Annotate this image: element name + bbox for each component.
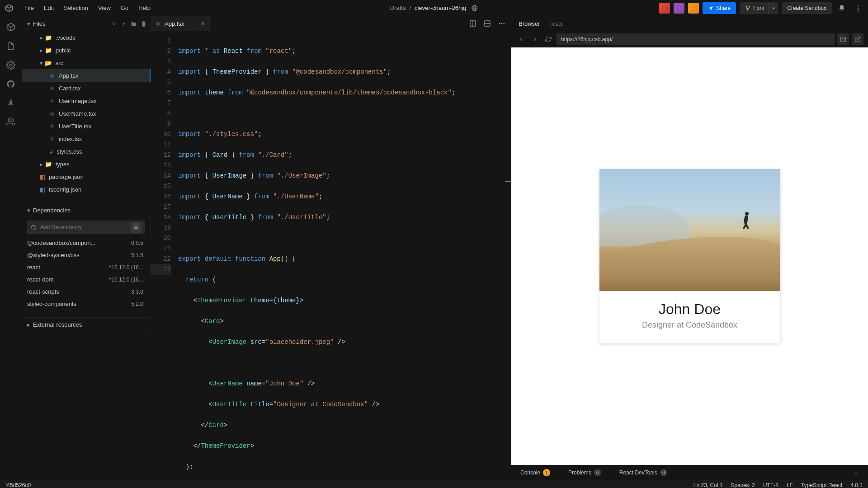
file-package-json[interactable]: ◧package.json bbox=[22, 170, 151, 183]
activity-rail bbox=[0, 16, 22, 480]
preview-panel: Browser Tests https://26hjq.csb.app/ bbox=[511, 16, 868, 480]
split-marker-icon[interactable]: — bbox=[505, 176, 511, 186]
fork-dropdown[interactable] bbox=[768, 2, 778, 14]
upload-icon[interactable] bbox=[121, 21, 127, 27]
users-icon[interactable] bbox=[5, 117, 16, 127]
forward-icon[interactable] bbox=[529, 34, 540, 45]
tab-tests[interactable]: Tests bbox=[549, 20, 563, 27]
svg-point-3 bbox=[747, 9, 748, 10]
file-username-tsx[interactable]: ⚛UserName.tsx bbox=[22, 107, 151, 120]
menu-selection[interactable]: Selection bbox=[59, 3, 92, 13]
status-eol[interactable]: LF bbox=[787, 482, 793, 488]
file-userimage-tsx[interactable]: ⚛UserImage.tsx bbox=[22, 94, 151, 107]
file-tsconfig-json[interactable]: ◧tsconfig.json bbox=[22, 183, 151, 196]
hamburger-icon[interactable] bbox=[131, 222, 142, 233]
split-horizontal-icon[interactable] bbox=[481, 18, 494, 29]
share-button[interactable]: Share bbox=[703, 2, 736, 14]
status-encoding[interactable]: UTF-8 bbox=[763, 482, 778, 488]
problems-tab[interactable]: Problems0 bbox=[568, 469, 601, 476]
open-window-icon[interactable] bbox=[852, 33, 863, 45]
commit-hash[interactable]: f45d526c0 bbox=[5, 482, 31, 488]
menu-go[interactable]: Go bbox=[116, 3, 133, 13]
split-vertical-icon[interactable] bbox=[467, 18, 479, 29]
folder-types[interactable]: ▸ 📁types bbox=[22, 158, 151, 170]
avatar[interactable] bbox=[674, 3, 684, 14]
dependency-row[interactable]: react-dom^16.12.0 (16... bbox=[22, 273, 151, 286]
folder-icon: ▸ 📁 bbox=[40, 47, 52, 54]
dependencies-header[interactable]: ▾ Dependencies bbox=[22, 203, 151, 218]
card-title: Designer at CodeSandbox bbox=[607, 320, 773, 330]
cube-icon[interactable] bbox=[5, 22, 16, 33]
editor-tab-app[interactable]: ⚛ App.tsx × bbox=[151, 16, 210, 31]
url-input[interactable]: https://26hjq.csb.app/ bbox=[557, 33, 835, 45]
preview-iframe: John Doe Designer at CodeSandbox bbox=[511, 47, 868, 465]
file-app-tsx[interactable]: ⚛App.tsx bbox=[22, 69, 151, 82]
editor-tabs: ⚛ App.tsx × bbox=[151, 16, 511, 31]
avatar[interactable] bbox=[688, 3, 699, 14]
status-ts-version[interactable]: 4.0.3 bbox=[850, 482, 863, 488]
files-header[interactable]: ▾ Files bbox=[22, 16, 151, 31]
new-folder-icon[interactable] bbox=[131, 21, 137, 27]
svg-point-13 bbox=[499, 23, 500, 24]
add-dependency-input[interactable] bbox=[40, 224, 127, 230]
dependency-row[interactable]: @styled-system/css5.1.5 bbox=[22, 249, 151, 261]
avatar[interactable] bbox=[659, 3, 670, 14]
responsive-icon[interactable] bbox=[837, 33, 849, 45]
file-card-tsx[interactable]: ⚛Card.tsx bbox=[22, 82, 151, 94]
dependency-row[interactable]: @codesandbox/compon...0.0.5 bbox=[22, 237, 151, 249]
download-icon[interactable] bbox=[111, 21, 117, 27]
github-icon[interactable] bbox=[5, 79, 16, 89]
file-usertitle-tsx[interactable]: ⚛UserTitle.tsx bbox=[22, 120, 151, 132]
more-vertical-icon[interactable] bbox=[852, 2, 864, 14]
gear-icon[interactable] bbox=[5, 60, 16, 70]
code-editor[interactable]: 1234567891011121314151617181920212223 im… bbox=[151, 31, 511, 480]
codesandbox-logo-icon[interactable] bbox=[4, 3, 14, 14]
status-line-col[interactable]: Ln 23, Col 1 bbox=[693, 482, 723, 488]
chevron-down-icon: ▾ bbox=[27, 207, 30, 214]
new-file-icon[interactable] bbox=[141, 21, 147, 27]
preview-card: John Doe Designer at CodeSandbox bbox=[599, 169, 780, 343]
folder-vscode[interactable]: ▸ 📁.vscode bbox=[22, 31, 151, 44]
tab-browser[interactable]: Browser bbox=[519, 20, 540, 27]
react-file-icon: ⚛ bbox=[50, 72, 55, 79]
create-sandbox-button[interactable]: Create Sandbox bbox=[782, 2, 832, 14]
breadcrumb-root[interactable]: Drafts bbox=[390, 5, 406, 11]
react-file-icon: ⚛ bbox=[50, 136, 55, 142]
reload-icon[interactable] bbox=[543, 34, 554, 45]
file-index-tsx[interactable]: ⚛index.tsx bbox=[22, 132, 151, 145]
line-gutter: 1234567891011121314151617181920212223 bbox=[151, 31, 178, 480]
svg-point-1 bbox=[746, 6, 747, 7]
folder-src[interactable]: ▾ 📂src bbox=[22, 56, 151, 69]
rocket-icon[interactable] bbox=[5, 98, 16, 108]
more-horizontal-icon[interactable] bbox=[495, 18, 508, 29]
status-spaces[interactable]: Spaces: 2 bbox=[731, 482, 755, 488]
code-content[interactable]: import * as React from "react"; import {… bbox=[178, 31, 511, 480]
url-bar: https://26hjq.csb.app/ bbox=[511, 31, 868, 47]
editor-area: ⚛ App.tsx × 1234567891011121314151617181… bbox=[151, 16, 511, 480]
breadcrumb-project[interactable]: clever-chaum-26hjq bbox=[415, 5, 466, 11]
console-tab[interactable]: Console1 bbox=[520, 469, 550, 476]
file-icon[interactable] bbox=[5, 41, 16, 52]
css-file-icon: # bbox=[50, 148, 53, 155]
fork-button[interactable]: Fork bbox=[740, 2, 769, 14]
file-styles-css[interactable]: #styles.css bbox=[22, 145, 151, 158]
svg-point-14 bbox=[501, 23, 503, 24]
dependency-row[interactable]: react-scripts3.3.0 bbox=[22, 286, 151, 298]
status-language[interactable]: TypeScript React bbox=[801, 482, 842, 488]
bell-icon[interactable] bbox=[835, 2, 848, 14]
menu-help[interactable]: Help bbox=[134, 3, 155, 13]
back-icon[interactable] bbox=[516, 34, 527, 45]
menu-edit[interactable]: Edit bbox=[39, 3, 58, 13]
folder-public[interactable]: ▸ 📁public bbox=[22, 44, 151, 56]
add-dependency-field[interactable] bbox=[27, 221, 145, 234]
menu-file[interactable]: File bbox=[20, 3, 38, 13]
close-icon[interactable]: × bbox=[201, 20, 205, 27]
dependency-row[interactable]: styled-components5.2.0 bbox=[22, 298, 151, 310]
status-bar: f45d526c0 Ln 23, Col 1 Spaces: 2 UTF-8 L… bbox=[0, 480, 868, 488]
external-resources-header[interactable]: ▸ External resources bbox=[22, 317, 151, 332]
react-devtools-tab[interactable]: React DevTools0 bbox=[619, 469, 667, 476]
menu-view[interactable]: View bbox=[94, 3, 115, 13]
folder-open-icon: ▾ 📂 bbox=[40, 60, 52, 66]
chevron-up-icon[interactable]: ︿ bbox=[854, 469, 859, 477]
dependency-row[interactable]: react^16.12.0 (16... bbox=[22, 261, 151, 273]
